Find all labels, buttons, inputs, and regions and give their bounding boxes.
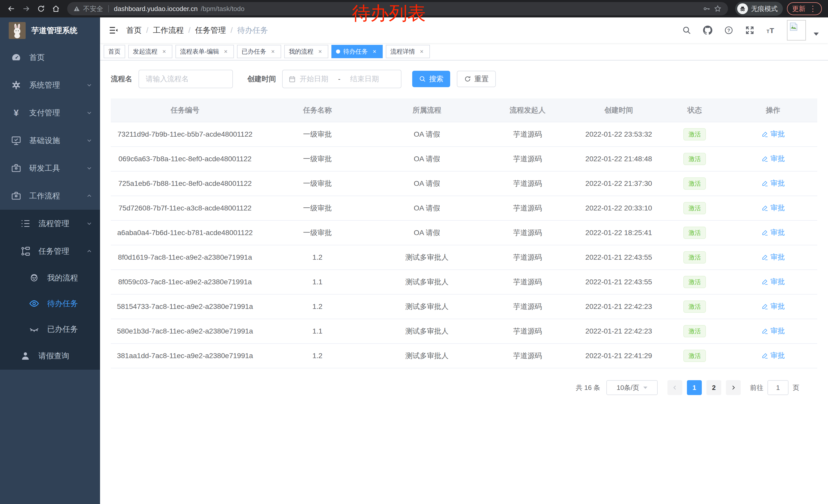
next-page-button[interactable] (726, 380, 741, 395)
breadcrumb-item-workflow[interactable]: 工作流程 (153, 25, 184, 36)
browser-home-button[interactable] (49, 2, 63, 15)
table-row: 725a1eb6-7b88-11ec-8ef0-acde48001122 一级审… (111, 171, 817, 196)
tab-my-process[interactable]: 我的流程 (284, 45, 328, 58)
table-row: 75d72608-7b7f-11ec-a3c8-acde48001122 一级审… (111, 196, 817, 221)
sidebar-item-my-process[interactable]: 我的流程 (0, 265, 100, 291)
sidebar-item-task-management[interactable]: 任务管理 (0, 237, 100, 265)
approve-link[interactable]: 审批 (761, 351, 785, 360)
sidebar-item-process-management[interactable]: 流程管理 (0, 210, 100, 237)
approve-link[interactable]: 审批 (761, 129, 785, 139)
tab-done-tasks[interactable]: 已办任务 (237, 45, 281, 58)
cell-create-time: 2022-01-22 21:48:48 (577, 147, 661, 171)
sidebar-item-dev-tools[interactable]: 研发工具 (0, 154, 100, 182)
approve-label: 审批 (771, 178, 785, 188)
task-table: 任务编号 任务名称 所属流程 流程发起人 创建时间 状态 操作 73211d9d… (111, 98, 817, 368)
process-name-input[interactable] (138, 70, 233, 88)
close-icon[interactable] (222, 48, 229, 55)
search-button[interactable]: 搜索 (412, 71, 450, 87)
table-row: 73211d9d-7b9b-11ec-b5b7-acde48001122 一级审… (111, 122, 817, 147)
approve-link[interactable]: 审批 (761, 154, 785, 164)
header-task-name: 任务名称 (259, 98, 376, 122)
close-icon[interactable] (269, 48, 277, 55)
cell-starter: 芋道源码 (478, 196, 577, 221)
page-button-2[interactable]: 2 (706, 380, 721, 395)
tab-home[interactable]: 首页 (104, 45, 125, 58)
breadcrumb-item-home[interactable]: 首页 (126, 25, 141, 36)
tab-label: 发起流程 (133, 47, 158, 56)
page-size-select[interactable]: 10条/页 (606, 380, 658, 395)
close-icon[interactable] (161, 48, 168, 55)
approve-link[interactable]: 审批 (761, 252, 785, 262)
tab-start-process[interactable]: 发起流程 (128, 45, 172, 58)
eye-closed-icon (29, 324, 40, 334)
pagination-total: 共 16 条 (576, 383, 600, 392)
tab-process-form-edit[interactable]: 流程表单-编辑 (175, 45, 234, 58)
header-process: 所属流程 (376, 98, 478, 122)
sidebar-item-done-tasks[interactable]: 已办任务 (0, 316, 100, 342)
browser-reload-button[interactable] (34, 2, 48, 15)
browser-back-button[interactable] (5, 2, 18, 15)
sidebar-item-payment[interactable]: ¥ 支付管理 (0, 99, 100, 127)
approve-link[interactable]: 审批 (761, 178, 785, 188)
sidebar-item-system[interactable]: 系统管理 (0, 71, 100, 99)
dashboard-icon (11, 52, 22, 63)
breadcrumb: 首页 / 工作流程 / 任务管理 / 待办任务 (126, 25, 268, 36)
sidebar-item-infrastructure[interactable]: 基础设施 (0, 127, 100, 154)
fullscreen-icon (745, 26, 754, 35)
start-date-placeholder: 开始日期 (300, 74, 328, 84)
close-icon[interactable] (371, 48, 378, 55)
kebab-menu-icon[interactable]: ⋮ (809, 5, 817, 12)
prev-page-button[interactable] (667, 380, 682, 395)
approve-label: 审批 (771, 302, 785, 311)
sidebar-item-home[interactable]: 首页 (0, 44, 100, 71)
tab-process-detail[interactable]: 流程详情 (386, 45, 430, 58)
sidebar-item-workflow[interactable]: 工作流程 (0, 182, 100, 210)
date-range-picker[interactable]: 开始日期 - 结束日期 (282, 70, 402, 88)
fullscreen-button[interactable] (745, 26, 755, 35)
cell-task-name: 1.2 (259, 343, 376, 368)
cell-process: 测试多审批人 (376, 343, 478, 368)
header-search-button[interactable] (682, 26, 692, 35)
avatar-caret-icon[interactable] (814, 33, 819, 36)
tab-todo-tasks[interactable]: 待办任务 (331, 45, 383, 58)
approve-link[interactable]: 审批 (761, 277, 785, 287)
sidebar-item-todo-tasks[interactable]: 待办任务 (0, 291, 100, 316)
font-size-button[interactable]: TT (766, 26, 776, 35)
chevron-up-icon (86, 192, 93, 199)
svg-text:T: T (770, 27, 774, 35)
approve-link[interactable]: 审批 (761, 326, 785, 336)
cell-create-time: 2022-01-21 22:43:55 (577, 245, 661, 270)
page-button-1[interactable]: 1 (687, 380, 702, 395)
breadcrumb-item-task-management[interactable]: 任务管理 (195, 25, 226, 36)
sidebar-item-leave-query[interactable]: 请假查询 (0, 342, 100, 370)
breadcrumb-item-current: 待办任务 (237, 25, 268, 36)
help-button[interactable]: ? (724, 26, 734, 35)
bookmark-star-icon[interactable] (714, 5, 722, 13)
cell-create-time: 2022-01-22 20:33:10 (577, 196, 661, 221)
close-icon[interactable] (418, 48, 425, 55)
github-link[interactable] (703, 26, 713, 35)
table-row: 580e1b3d-7ac8-11ec-a9e2-a2380e71991a 1.1… (111, 319, 817, 343)
cell-task-id: 725a1eb6-7b88-11ec-8ef0-acde48001122 (111, 171, 259, 196)
update-button[interactable]: 更新 ⋮ (787, 2, 822, 15)
cell-create-time: 2022-01-22 23:53:32 (577, 122, 661, 147)
edit-pen-icon (761, 229, 769, 236)
sidebar-item-label: 我的流程 (47, 273, 78, 283)
table-row: 8f059c03-7ac8-11ec-a9e2-a2380e71991a 1.1… (111, 270, 817, 294)
browser-forward-button[interactable] (19, 2, 33, 15)
goto-page-input[interactable] (768, 380, 788, 395)
status-badge: 激活 (683, 177, 706, 190)
approve-link[interactable]: 审批 (761, 302, 785, 311)
edit-pen-icon (761, 180, 769, 187)
close-icon[interactable] (317, 48, 324, 55)
approve-link[interactable]: 审批 (761, 203, 785, 213)
sidebar-collapse-button[interactable] (108, 25, 119, 36)
cell-process: OA 请假 (376, 171, 478, 196)
approve-link[interactable]: 审批 (761, 228, 785, 237)
tree-icon (20, 246, 31, 257)
key-icon[interactable] (703, 5, 710, 12)
reset-button[interactable]: 重置 (457, 71, 496, 87)
tab-label: 待办任务 (343, 47, 368, 56)
eye-icon (29, 298, 40, 309)
user-avatar[interactable] (787, 20, 806, 41)
